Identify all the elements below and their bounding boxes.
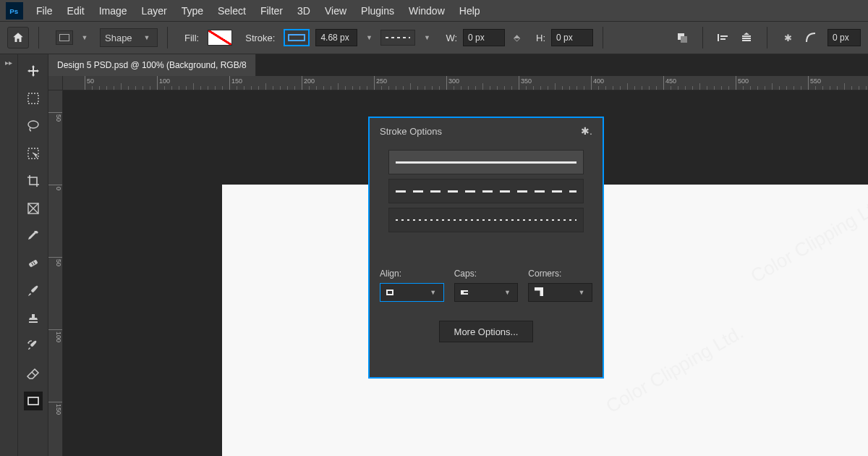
chevron-down-icon: ▼ [501,285,513,300]
eraser-tool[interactable] [24,364,43,383]
popup-title: Stroke Options [380,126,442,137]
document-tab[interactable]: Design 5 PSD.psd @ 100% (Background, RGB… [48,54,256,76]
home-button[interactable] [7,27,29,48]
history-brush-tool[interactable] [24,337,43,355]
stroke-style-dashed[interactable] [388,179,584,203]
quick-select-tool[interactable] [24,144,43,163]
watermark: Color Clipping Ltd. [747,191,868,288]
svg-rect-7 [742,38,751,39]
gear-icon[interactable]: ✱ [781,31,794,44]
svg-rect-17 [387,290,393,295]
chevron-down-icon[interactable]: ▼ [363,30,375,45]
divider [767,27,767,48]
corners-dropdown[interactable]: ▼ [528,283,592,302]
svg-rect-13 [28,259,38,267]
svg-rect-5 [720,38,726,40]
menu-window[interactable]: Window [401,0,452,21]
chevron-down-icon: ▼ [427,285,439,300]
stamp-tool[interactable] [24,309,43,328]
height-input[interactable]: 0 px [551,29,593,46]
stroke-style-dotted[interactable] [388,208,584,232]
options-bar: ▼ Shape ▼ Fill: Stroke: 4.68 px ▼ ▼ W: 0… [0,22,868,54]
move-tool[interactable] [24,62,43,80]
divider [702,27,703,48]
radius-input[interactable]: 0 px [827,29,861,46]
mode-label: Shape [105,33,132,43]
ruler-corner [48,76,63,90]
stroke-label: Stroke: [245,33,275,43]
pathops-icon[interactable] [676,31,689,44]
svg-rect-2 [681,36,687,43]
marquee-tool[interactable] [24,89,43,108]
chevron-down-icon: ▼ [576,285,587,300]
more-options-button[interactable]: More Options... [439,321,533,342]
shape-preview[interactable] [56,30,73,45]
svg-point-10 [28,121,38,128]
butt-cap-icon [459,288,471,297]
ruler-vertical[interactable]: 50050100150200 [48,90,63,456]
corner-icon[interactable] [804,31,817,44]
menu-plugins[interactable]: Plugins [354,0,401,21]
stroke-options-popup: Stroke Options ✱. Align: ▼ Caps: [368,117,604,379]
caps-dropdown[interactable]: ▼ [454,283,519,302]
tools-panel [18,54,48,456]
menu-filter[interactable]: Filter [253,0,290,21]
eyedropper-tool[interactable] [24,227,43,245]
expand-panels[interactable]: ▸▸ [0,54,18,456]
menubar: Ps File Edit Image Layer Type Select Fil… [0,0,868,22]
svg-rect-16 [28,397,38,405]
divider [38,27,39,48]
fill-swatch[interactable] [208,30,232,46]
caps-label: Caps: [454,269,519,279]
svg-rect-6 [742,35,751,37]
watermark: Color Clipping Ltd. [603,321,748,418]
menu-3d[interactable]: 3D [290,0,318,21]
menu-image[interactable]: Image [92,0,135,21]
menu-layer[interactable]: Layer [135,0,174,21]
divider [167,27,168,48]
corners-label: Corners: [528,269,592,279]
menu-type[interactable]: Type [174,0,210,21]
menu-view[interactable]: View [318,0,354,21]
stroke-style-dropdown[interactable] [380,30,415,46]
mode-dropdown[interactable]: Shape ▼ [100,28,158,47]
stroke-swatch[interactable] [284,29,310,46]
align-dropdown[interactable]: ▼ [380,283,444,302]
stroke-width-input[interactable]: 4.68 px [315,29,357,46]
width-input[interactable]: 0 px [463,29,505,46]
width-label: W: [446,33,457,43]
menu-file[interactable]: File [29,0,60,21]
menu-help[interactable]: Help [452,0,488,21]
fill-label: Fill: [184,33,199,43]
gear-icon[interactable]: ✱. [581,125,592,137]
miter-corner-icon [533,287,543,297]
height-label: H: [536,33,545,43]
svg-text:Ps: Ps [9,7,19,14]
chevron-down-icon[interactable]: ▼ [79,30,90,45]
svg-rect-9 [28,93,38,104]
menu-edit[interactable]: Edit [60,0,92,21]
right-options: ✱ 0 px [676,27,861,48]
menu-select[interactable]: Select [210,0,253,21]
brush-tool[interactable] [24,282,43,300]
heal-tool[interactable] [24,254,43,273]
align-label: Align: [380,269,444,279]
crop-tool[interactable] [24,172,43,190]
svg-rect-19 [464,292,469,293]
chevron-down-icon: ▼ [141,30,153,45]
divider [603,27,603,48]
expand-icon: ▸▸ [5,59,12,456]
align-center-icon [385,288,395,297]
chevron-down-icon[interactable]: ▼ [421,30,433,45]
app-logo[interactable]: Ps [6,2,23,20]
frame-tool[interactable] [24,199,43,218]
rectangle-tool[interactable] [24,392,43,410]
watermark: Color Clipping Ltd. [805,418,868,456]
svg-rect-4 [720,35,728,37]
arrange-icon[interactable] [740,31,753,44]
lasso-tool[interactable] [24,117,43,135]
ruler-horizontal[interactable]: 50100150200250300350400450500550 [63,76,868,90]
link-icon[interactable]: ⬘ [511,33,523,43]
align-icon[interactable] [717,31,730,44]
stroke-style-solid[interactable] [388,150,584,174]
